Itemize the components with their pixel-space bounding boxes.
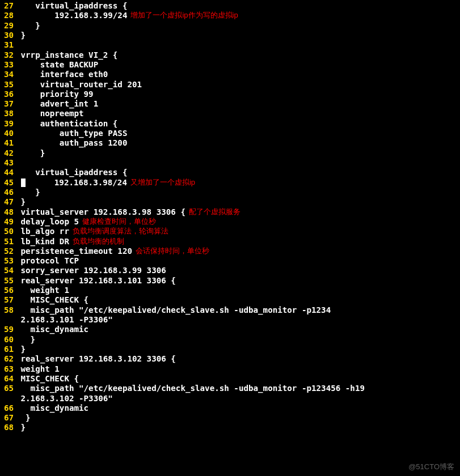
code-text: misc_dynamic — [16, 403, 88, 413]
code-line: 67 } — [0, 413, 460, 423]
line-number: 49 — [0, 217, 16, 227]
code-line: 39 authentication { — [0, 119, 460, 129]
line-number: 66 — [0, 403, 16, 413]
code-line: 43 — [0, 158, 460, 168]
code-line: 57 MISC_CHECK { — [0, 295, 460, 305]
code-line: 38 nopreempt — [0, 109, 460, 118]
code-text: auth_type PASS — [16, 129, 127, 138]
code-line: 65 misc_path "/etc/keepalived/check_slav… — [0, 384, 460, 393]
code-line: 54 sorry_server 192.168.3.99 3306 — [0, 266, 460, 275]
line-number: 36 — [0, 90, 16, 99]
code-text: virtual_router_id 201 — [16, 80, 142, 90]
code-text: delay_loop 5 — [16, 217, 79, 227]
code-text: misc_path "/etc/keepalived/check_slave.s… — [16, 384, 365, 393]
code-line: 33 state BACKUP — [0, 60, 460, 70]
code-text: protocol TCP — [16, 256, 79, 266]
line-number: 28 — [0, 11, 16, 20]
annotation: 会话保持时间，单位秒 — [132, 246, 209, 256]
line-number: 60 — [0, 335, 16, 345]
code-line: 45 192.168.3.98/24又增加了一个虚拟ip — [0, 178, 460, 188]
code-text: } — [16, 188, 40, 197]
line-number: 46 — [0, 188, 16, 197]
code-text: sorry_server 192.168.3.99 3306 — [16, 266, 166, 275]
code-text: misc_path "/etc/keepalived/check_slave.s… — [16, 305, 331, 315]
line-number — [0, 394, 16, 403]
code-text: 192.168.3.99/24 — [16, 11, 127, 20]
line-number: 39 — [0, 119, 16, 129]
code-line: 62 real_server 192.168.3.102 3306 { — [0, 354, 460, 364]
line-number: 58 — [0, 305, 16, 315]
code-line: 31 — [0, 40, 460, 50]
annotation: 负载均衡调度算法，轮询算法 — [69, 227, 168, 236]
line-number — [0, 315, 16, 325]
code-text: priority 99 — [16, 90, 94, 99]
code-text: real_server 192.168.3.101 3306 { — [16, 276, 176, 286]
code-line: 32 vrrp_instance VI_2 { — [0, 50, 460, 60]
line-number: 42 — [0, 148, 16, 158]
line-number: 41 — [0, 138, 16, 148]
line-number: 44 — [0, 168, 16, 177]
code-text: MISC_CHECK { — [16, 374, 79, 384]
code-line: 35 virtual_router_id 201 — [0, 80, 460, 90]
code-text: lb_algo rr — [16, 227, 69, 236]
code-line: 47 } — [0, 197, 460, 207]
line-number: 63 — [0, 364, 16, 374]
code-text: virtual_server 192.168.3.98 3306 { — [16, 207, 185, 217]
line-number: 61 — [0, 345, 16, 354]
code-text: misc_dynamic — [16, 325, 88, 334]
line-number: 64 — [0, 374, 16, 384]
line-number: 47 — [0, 197, 16, 207]
line-number: 33 — [0, 60, 16, 70]
line-number: 45 — [0, 178, 16, 188]
code-line: 2.168.3.101 -P3306" — [0, 315, 460, 325]
code-text: } — [16, 197, 26, 207]
code-text: auth_pass 1200 — [16, 138, 127, 148]
code-text: } — [16, 423, 26, 432]
code-text: } — [16, 413, 31, 423]
code-line: 50 lb_algo rr负载均衡调度算法，轮询算法 — [0, 227, 460, 236]
annotation: 增加了一个虚拟ip作为写的虚拟ip — [127, 11, 238, 20]
annotation: 负载均衡的机制 — [69, 237, 124, 246]
code-line: 63 weight 1 — [0, 364, 460, 374]
line-number: 57 — [0, 295, 16, 305]
code-line: 68 } — [0, 423, 460, 432]
code-text: } — [16, 21, 40, 31]
code-text: interface eth0 — [16, 70, 108, 79]
line-number: 27 — [0, 1, 16, 11]
code-line: 60 } — [0, 335, 460, 345]
line-number: 67 — [0, 413, 16, 423]
code-line: 46 } — [0, 188, 460, 197]
annotation: 健康检查时间，单位秒 — [79, 217, 156, 227]
code-line: 28 192.168.3.99/24增加了一个虚拟ip作为写的虚拟ip — [0, 11, 460, 20]
code-text: persistence_timeout 120 — [16, 246, 132, 256]
code-line: 41 auth_pass 1200 — [0, 138, 460, 148]
line-number: 62 — [0, 354, 16, 364]
code-text: weight 1 — [16, 364, 60, 374]
line-number: 30 — [0, 31, 16, 40]
code-line: 66 misc_dynamic — [0, 403, 460, 413]
line-number: 65 — [0, 384, 16, 393]
line-number: 48 — [0, 207, 16, 217]
line-number: 34 — [0, 70, 16, 79]
code-text: } — [16, 345, 26, 354]
line-number: 38 — [0, 109, 16, 118]
code-line: 44 virtual_ipaddress { — [0, 168, 460, 177]
line-number: 37 — [0, 99, 16, 109]
line-number: 55 — [0, 276, 16, 286]
code-line: 53 protocol TCP — [0, 256, 460, 266]
code-text: virtual_ipaddress { — [16, 168, 127, 177]
code-text: } — [16, 335, 35, 345]
line-number: 56 — [0, 286, 16, 295]
code-text: } — [16, 148, 45, 158]
line-number: 32 — [0, 50, 16, 60]
code-text: weight 1 — [16, 286, 69, 295]
line-number: 68 — [0, 423, 16, 432]
line-number: 54 — [0, 266, 16, 275]
code-line: 29 } — [0, 21, 460, 31]
code-text: 192.168.3.98/24 — [16, 178, 127, 188]
code-line: 40 auth_type PASS — [0, 129, 460, 138]
code-text: state BACKUP — [16, 60, 98, 70]
code-line: 58 misc_path "/etc/keepalived/check_slav… — [0, 305, 460, 315]
code-text: lb_kind DR — [16, 237, 69, 246]
code-line: 55 real_server 192.168.3.101 3306 { — [0, 276, 460, 286]
